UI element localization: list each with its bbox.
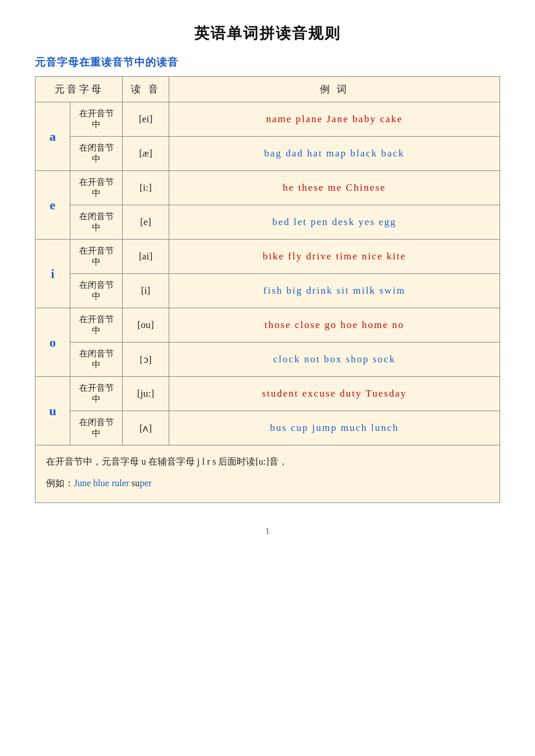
example-word-red: cake xyxy=(380,113,402,124)
main-table: 元音字母 读 音 例 词 a在开音节中[ei]name plane Jane b… xyxy=(35,76,500,445)
phonetic-cell: [e] xyxy=(123,205,169,240)
syllable-type: 在闭音节中 xyxy=(70,274,123,308)
page-title: 英语单词拼读音规则 xyxy=(35,23,500,44)
example-word-blue: clock xyxy=(273,354,301,365)
example-word-red: home xyxy=(362,319,388,330)
example-word-red: fly xyxy=(288,251,302,262)
letter-cell: e xyxy=(35,171,70,240)
table-row: 在闭音节中[ɔ]clock not box shop sock xyxy=(35,343,500,377)
examples-cell: bag dad hat map black back xyxy=(169,137,500,171)
example-word-blue: bus xyxy=(270,422,287,433)
table-row: i在开音节中[ai]bike fly drive time nice kite xyxy=(35,240,500,274)
example-word-blue: black xyxy=(350,148,377,159)
example-word-red: excuse xyxy=(302,388,336,399)
example-word-red: Tuesday xyxy=(366,388,407,399)
syllable-type: 在闭音节中 xyxy=(70,343,123,377)
example-word-red: duty xyxy=(340,388,362,399)
example-word-blue: hat xyxy=(307,148,323,159)
example-word-blue: yes xyxy=(358,216,375,227)
examples-cell: bed let pen desk yes egg xyxy=(169,205,500,240)
phonetic-cell: [æ] xyxy=(123,137,169,171)
syllable-type: 在开音节中 xyxy=(70,171,123,205)
example-word-red: bike xyxy=(263,251,284,262)
examples-cell: name plane Jane baby cake xyxy=(169,102,500,137)
phonetic-cell: [ʌ] xyxy=(123,411,169,445)
phonetic-cell: [ou] xyxy=(123,308,169,343)
syllable-type: 在开音节中 xyxy=(70,102,123,137)
header-col2: 读 音 xyxy=(123,77,169,102)
example-word-blue: sit xyxy=(337,285,349,296)
example-word-blue: swim xyxy=(379,285,405,296)
header-col3: 例 词 xyxy=(169,77,500,102)
example-word-red: Chinese xyxy=(346,182,386,193)
example-word-blue: jump xyxy=(312,422,337,433)
letter-cell: o xyxy=(35,308,70,377)
letter-cell: u xyxy=(35,377,70,445)
letter-cell: a xyxy=(35,102,70,171)
example-word-blue: let xyxy=(294,216,307,227)
example-word-red: student xyxy=(262,388,298,399)
syllable-type: 在开音节中 xyxy=(70,240,123,274)
examples-cell: bike fly drive time nice kite xyxy=(169,240,500,274)
table-header-row: 元音字母 读 音 例 词 xyxy=(35,77,500,102)
phonetic-cell: [i:] xyxy=(123,171,169,205)
example-word-red: drive xyxy=(306,251,332,262)
syllable-type: 在闭音节中 xyxy=(70,411,123,445)
example-word-red: me xyxy=(328,182,343,193)
table-row: 在闭音节中[æ]bag dad hat map black back xyxy=(35,137,500,171)
table-row: u在开音节中[ju:]student excuse duty Tuesday xyxy=(35,377,500,411)
example-word-blue: milk xyxy=(353,285,376,296)
example-word-red: those xyxy=(265,319,291,330)
example-word-blue: sock xyxy=(373,354,395,365)
example-word-blue: bag xyxy=(264,148,282,159)
example-word-red: baby xyxy=(352,113,376,124)
table-row: e在开音节中[i:]he these me Chinese xyxy=(35,171,500,205)
note-line2: 例如：June blue ruler super xyxy=(46,475,489,492)
table-row: a在开音节中[ei]name plane Jane baby cake xyxy=(35,102,500,137)
example-word-blue: dad xyxy=(286,148,304,159)
syllable-type: 在闭音节中 xyxy=(70,137,123,171)
example-word-red: these xyxy=(298,182,324,193)
example-word-red: name xyxy=(266,113,292,124)
syllable-type: 在开音节中 xyxy=(70,308,123,343)
example-word-blue: much xyxy=(341,422,368,433)
example-word-red: plane xyxy=(296,113,323,124)
example-word-red: kite xyxy=(387,251,406,262)
example-word-blue: bed xyxy=(272,216,290,227)
example-word-blue: lunch xyxy=(371,422,399,433)
examples-cell: fish big drink sit milk swim xyxy=(169,274,500,308)
table-row: 在闭音节中[e]bed let pen desk yes egg xyxy=(35,205,500,240)
syllable-type: 在闭音节中 xyxy=(70,205,123,240)
example-word-blue: shop xyxy=(346,354,369,365)
example-word-red: nice xyxy=(362,251,383,262)
example-word-blue: not xyxy=(304,354,320,365)
phonetic-cell: [i] xyxy=(123,274,169,308)
examples-cell: student excuse duty Tuesday xyxy=(169,377,500,411)
example-word-red: go xyxy=(324,319,337,330)
examples-cell: clock not box shop sock xyxy=(169,343,500,377)
examples-cell: those close go hoe home no xyxy=(169,308,500,343)
letter-cell: i xyxy=(35,240,70,308)
phonetic-cell: [ei] xyxy=(123,102,169,137)
example-word-red: Jane xyxy=(327,113,349,124)
example-word-red: no xyxy=(392,319,404,330)
example-word-red: time xyxy=(336,251,358,262)
table-row: 在闭音节中[i]fish big drink sit milk swim xyxy=(35,274,500,308)
example-word-blue: drink xyxy=(306,285,333,296)
example-word-blue: cup xyxy=(291,422,309,433)
example-word-red: hoe xyxy=(340,319,358,330)
example-word-blue: back xyxy=(381,148,405,159)
example-word-red: close xyxy=(295,319,321,330)
phonetic-cell: [ju:] xyxy=(123,377,169,411)
syllable-type: 在开音节中 xyxy=(70,377,123,411)
example-word-blue: desk xyxy=(332,216,355,227)
example-word-blue: fish xyxy=(263,285,283,296)
example-word-blue: egg xyxy=(379,216,397,227)
phonetic-cell: [ai] xyxy=(123,240,169,274)
table-row: 在闭音节中[ʌ]bus cup jump much lunch xyxy=(35,411,500,445)
header-col1: 元音字母 xyxy=(35,77,123,102)
phonetic-cell: [ɔ] xyxy=(123,343,169,377)
note-line1: 在开音节中，元音字母 u 在辅音字母 j l r s 后面时读[u:]音， xyxy=(46,454,489,470)
note-area: 在开音节中，元音字母 u 在辅音字母 j l r s 后面时读[u:]音， 例如… xyxy=(35,445,500,503)
examples-cell: he these me Chinese xyxy=(169,171,500,205)
